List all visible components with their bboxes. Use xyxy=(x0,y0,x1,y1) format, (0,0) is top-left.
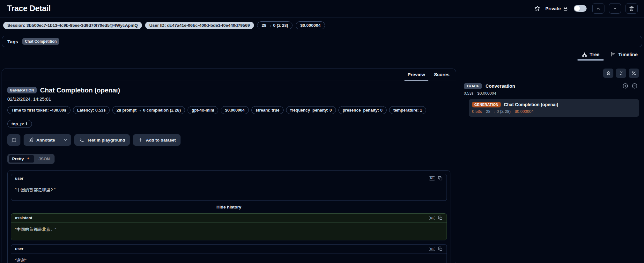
copy-button[interactable] xyxy=(438,216,443,220)
message-role: user xyxy=(15,247,23,251)
lock-icon xyxy=(563,6,568,11)
topbar: Trace Detail Private xyxy=(0,0,644,18)
generation-latency: 0.53s xyxy=(472,109,482,114)
hide-history-button[interactable]: Hide history xyxy=(11,201,447,213)
generation-item-header: GENERATION Chat Completion (openai) xyxy=(472,102,636,107)
playground-button-label: Test in playground xyxy=(87,138,125,142)
metric-badge-top-p: top_p: 1 xyxy=(7,120,32,128)
user-id-badge[interactable]: User ID: dc47a41e-06bc-400d-bde1-f0e440d… xyxy=(145,22,254,29)
annotate-split-button: Annotate xyxy=(24,134,71,146)
metric-badge-frequency-penalty: frequency_penalty: 0 xyxy=(286,106,336,114)
generation-item-title: Chat Completion (openai) xyxy=(504,102,558,107)
tree-children: GENERATION Chat Completion (openai) 0.53… xyxy=(466,99,639,117)
sparkles-icon xyxy=(26,157,31,161)
page-title: Trace Detail xyxy=(7,4,51,13)
collapse-all-button[interactable] xyxy=(616,69,626,78)
message-role: user xyxy=(15,176,23,181)
tab-scores[interactable]: Scores xyxy=(434,72,449,81)
metric-badge-presence-penalty: presence_penalty: 0 xyxy=(338,106,387,114)
tab-timeline[interactable]: Timeline xyxy=(610,50,638,60)
percent-icon xyxy=(632,71,636,76)
generation-tokens: 28 → 0 (Σ 28) xyxy=(486,109,511,114)
token-usage-badge: 28 → 0 (Σ 28) xyxy=(257,21,292,29)
generation-item-metrics: 0.53s 28 → 0 (Σ 28) $0.000004 xyxy=(472,109,636,114)
generation-type-badge: GENERATION xyxy=(7,87,37,93)
copy-button[interactable] xyxy=(438,176,443,181)
annotate-dropdown-button[interactable] xyxy=(60,134,71,146)
privacy-label-group: Private xyxy=(545,6,568,11)
comment-bubble-icon xyxy=(11,137,17,143)
topbar-actions: Private xyxy=(534,3,638,14)
tab-tree[interactable]: Tree xyxy=(581,50,600,60)
toggle-knob xyxy=(574,6,580,11)
tree-icon xyxy=(582,52,587,57)
metric-badge-stream: stream: true xyxy=(251,106,284,114)
message-assistant: assistant M↓ "中国的首都是北京。" xyxy=(11,213,447,240)
generation-timestamp: 02/12/2024, 14:25:01 xyxy=(7,97,450,102)
trace-tree-panel: TRACE Conversation 0.53s $0.000004 GENER… xyxy=(461,69,639,117)
main-area: Preview Scores GENERATION Chat Completio… xyxy=(0,60,644,263)
messages-container: user M↓ "中国的首都是哪里? " Hide history assist… xyxy=(7,170,450,263)
markdown-toggle-icon[interactable]: M↓ xyxy=(429,247,435,251)
metric-badge-ttft: Time to first token: -430.00s xyxy=(7,106,70,114)
star-icon xyxy=(534,5,540,11)
generation-header: GENERATION Chat Completion (openai) xyxy=(7,86,450,94)
toggle-metrics-button[interactable] xyxy=(629,69,639,78)
test-in-playground-button[interactable]: Test in playground xyxy=(74,134,130,146)
pretty-label: Pretty xyxy=(12,157,24,161)
message-tools: M↓ xyxy=(429,176,443,181)
privacy-label: Private xyxy=(545,6,561,11)
tag-chip[interactable]: Chat Competition xyxy=(22,38,59,45)
metric-badge-model[interactable]: gpt-4o-mini xyxy=(188,106,218,114)
message-content: "谢谢" xyxy=(11,253,447,263)
markdown-toggle-icon[interactable]: M↓ xyxy=(429,216,435,220)
tab-tree-label: Tree xyxy=(590,52,600,57)
trace-cost: $0.000004 xyxy=(477,91,496,96)
metrics-badge-row: Time to first token: -430.00s Latency: 0… xyxy=(7,106,450,128)
trace-tree-root[interactable]: TRACE Conversation xyxy=(461,83,639,89)
format-json-segment[interactable]: JSON xyxy=(35,155,54,163)
copy-icon xyxy=(438,216,443,220)
tab-timeline-label: Timeline xyxy=(618,52,638,57)
tab-preview[interactable]: Preview xyxy=(408,72,425,81)
tree-zoom-controls xyxy=(622,83,638,89)
message-header: user M↓ xyxy=(11,174,447,183)
observation-detail-card: Preview Scores GENERATION Chat Completio… xyxy=(2,69,456,263)
add-to-dataset-button[interactable]: Add to dataset xyxy=(133,134,181,146)
delete-trace-button[interactable] xyxy=(625,3,638,14)
plus-circle-icon[interactable] xyxy=(622,83,628,89)
chevron-up-icon xyxy=(596,6,601,11)
comments-button[interactable] xyxy=(7,134,20,146)
generation-title: Chat Completion (openai) xyxy=(40,86,120,94)
annotate-button[interactable]: Annotate xyxy=(24,134,60,146)
copy-icon xyxy=(438,176,443,181)
session-badge[interactable]: Session: 3bb00ec7-1b13-4c9b-85ee-3d9d70f… xyxy=(3,22,142,29)
detail-tabs: Preview Scores xyxy=(2,69,456,81)
trace-latency: 0.53s xyxy=(464,91,474,96)
message-header: assistant M↓ xyxy=(11,214,447,223)
trash-icon xyxy=(629,6,634,11)
markdown-toggle-icon[interactable]: M↓ xyxy=(429,176,435,180)
next-trace-button[interactable] xyxy=(609,3,621,14)
generation-cost: $0.000004 xyxy=(515,109,534,114)
copy-button[interactable] xyxy=(438,246,443,251)
minus-circle-icon[interactable] xyxy=(632,83,638,89)
tree-actions xyxy=(461,69,639,78)
trace-type-badge: TRACE xyxy=(464,83,482,89)
metric-badge-temperature: temperature: 1 xyxy=(389,106,426,114)
privacy-toggle[interactable] xyxy=(574,5,587,12)
message-tools: M↓ xyxy=(429,216,443,220)
tree-item-generation-selected[interactable]: GENERATION Chat Completion (openai) 0.53… xyxy=(469,99,639,117)
cost-badge: $0.000004 xyxy=(296,21,325,29)
format-pretty-segment[interactable]: Pretty xyxy=(8,155,35,163)
bookmark-star-button[interactable] xyxy=(534,5,541,12)
action-buttons-row: Annotate Test in playground Add to datas… xyxy=(7,134,450,146)
tags-label: Tags xyxy=(7,39,18,44)
message-content: "中国的首都是哪里? " xyxy=(11,183,447,201)
annotate-button-label: Annotate xyxy=(36,138,55,142)
prev-trace-button[interactable] xyxy=(592,3,604,14)
detail-body: GENERATION Chat Completion (openai) 02/1… xyxy=(2,81,456,263)
copy-icon xyxy=(438,246,443,251)
message-header: user M↓ xyxy=(11,245,447,253)
toggle-scores-button[interactable] xyxy=(603,69,613,78)
